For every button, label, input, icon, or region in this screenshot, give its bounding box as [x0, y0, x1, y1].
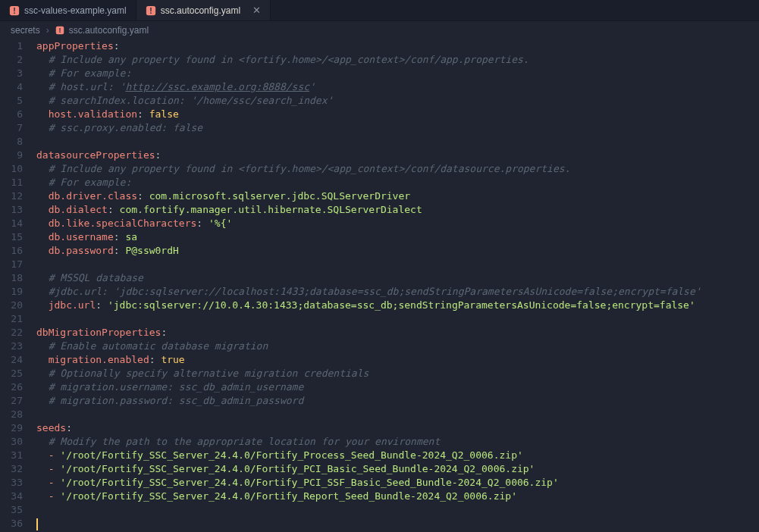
svg-text:!: !	[149, 5, 152, 14]
code-line[interactable]: 9datasourceProperties:	[0, 149, 759, 162]
svg-text:!: !	[58, 27, 61, 34]
line-number: 23	[0, 340, 36, 353]
code-line[interactable]: 1appProperties:	[0, 39, 759, 53]
code-line[interactable]: 4 # host.url: 'http://ssc.example.org:88…	[0, 80, 759, 94]
tab-bar: ! ssc-values-example.yaml ! ssc.autoconf…	[0, 0, 759, 21]
line-text[interactable]: # For example:	[36, 67, 131, 80]
line-text[interactable]: seeds:	[36, 421, 72, 435]
code-line[interactable]: 11 # For example:	[0, 176, 759, 189]
line-number: 22	[0, 326, 36, 340]
code-line[interactable]: 8	[0, 135, 759, 149]
code-line[interactable]: 14 db.like.specialCharacters: '%{'	[0, 217, 759, 230]
tab-label: ssc-values-example.yaml	[24, 4, 127, 17]
line-number: 36	[0, 517, 36, 530]
line-number: 15	[0, 230, 36, 244]
line-text[interactable]: # searchIndex.location: '/home/ssc/searc…	[36, 94, 333, 108]
line-text[interactable]: # MSSQL database	[36, 271, 143, 285]
line-text[interactable]: - '/root/Fortify_SSC_Server_24.4.0/Forti…	[36, 449, 523, 462]
line-number: 12	[0, 189, 36, 203]
line-text[interactable]: # Modify the path to the appropriate loc…	[36, 435, 440, 449]
code-line[interactable]: 25 # Optionally specify alternative migr…	[0, 367, 759, 380]
code-line[interactable]: 5 # searchIndex.location: '/home/ssc/sea…	[0, 94, 759, 108]
line-text[interactable]: # migration.password: ssc_db_admin_passw…	[36, 394, 303, 408]
code-line[interactable]: 32 - '/root/Fortify_SSC_Server_24.4.0/Fo…	[0, 462, 759, 476]
code-line[interactable]: 29seeds:	[0, 421, 759, 435]
line-text[interactable]: datasourceProperties:	[36, 149, 161, 162]
code-line[interactable]: 17	[0, 258, 759, 271]
tab-ssc-values-example[interactable]: ! ssc-values-example.yaml	[0, 0, 136, 20]
line-number: 24	[0, 353, 36, 367]
line-text[interactable]: # migration.username: ssc_db_admin_usern…	[36, 380, 303, 394]
line-text[interactable]: # For example:	[36, 176, 131, 189]
line-text[interactable]: jdbc.url: 'jdbc:sqlserver://10.0.4.30:14…	[36, 299, 695, 312]
code-line[interactable]: 6 host.validation: false	[0, 108, 759, 121]
line-text[interactable]	[36, 258, 42, 271]
line-text[interactable]: - '/root/Fortify_SSC_Server_24.4.0/Forti…	[36, 462, 535, 476]
code-line[interactable]: 35	[0, 503, 759, 517]
line-number: 14	[0, 217, 36, 230]
line-text[interactable]: - '/root/Fortify_SSC_Server_24.4.0/Forti…	[36, 476, 559, 490]
tab-ssc-autoconfig[interactable]: ! ssc.autoconfig.yaml ✕	[136, 0, 271, 20]
code-line[interactable]: 22dbMigrationProperties:	[0, 326, 759, 340]
line-text[interactable]: db.driver.class: com.microsoft.sqlserver…	[36, 189, 410, 203]
line-number: 1	[0, 39, 36, 53]
line-number: 18	[0, 271, 36, 285]
code-line[interactable]: 15 db.username: sa	[0, 230, 759, 244]
code-line[interactable]: 26 # migration.username: ssc_db_admin_us…	[0, 380, 759, 394]
line-text[interactable]: db.dialect: com.fortify.manager.util.hib…	[36, 203, 422, 217]
line-text[interactable]	[36, 135, 42, 149]
line-number: 25	[0, 367, 36, 380]
breadcrumb-file[interactable]: ! ssc.autoconfig.yaml	[55, 23, 149, 37]
line-text[interactable]	[36, 312, 42, 326]
close-icon[interactable]: ✕	[252, 4, 261, 17]
line-text[interactable]: dbMigrationProperties:	[36, 326, 167, 340]
code-line[interactable]: 3 # For example:	[0, 67, 759, 80]
line-text[interactable]: # Enable automatic database migration	[36, 340, 268, 353]
line-text[interactable]: #jdbc.url: 'jdbc:sqlserver://localhost:1…	[36, 285, 701, 299]
line-text[interactable]: # Include any property found in <fortify…	[36, 53, 529, 67]
line-number: 31	[0, 449, 36, 462]
breadcrumb: secrets › ! ssc.autoconfig.yaml	[0, 21, 759, 39]
code-line[interactable]: 33 - '/root/Fortify_SSC_Server_24.4.0/Fo…	[0, 476, 759, 490]
line-number: 26	[0, 380, 36, 394]
code-line[interactable]: 16 db.password: P@ssw0rdH	[0, 244, 759, 258]
breadcrumb-root[interactable]: secrets	[11, 23, 40, 37]
code-line[interactable]: 13 db.dialect: com.fortify.manager.util.…	[0, 203, 759, 217]
line-text[interactable]: # Include any property found in <fortify…	[36, 162, 570, 176]
line-text[interactable]: db.like.specialCharacters: '%{'	[36, 217, 232, 230]
line-number: 30	[0, 435, 36, 449]
line-text[interactable]: migration.enabled: true	[36, 353, 185, 367]
line-text[interactable]	[36, 408, 42, 421]
line-number: 33	[0, 476, 36, 490]
line-text[interactable]	[36, 503, 42, 517]
line-text[interactable]: # Optionally specify alternative migrati…	[36, 367, 369, 380]
code-body[interactable]: 1appProperties:2 # Include any property …	[0, 39, 759, 532]
code-line[interactable]: 36	[0, 517, 759, 530]
code-line[interactable]: 24 migration.enabled: true	[0, 353, 759, 367]
line-text[interactable]: - '/root/Fortify_SSC_Server_24.4.0/Forti…	[36, 490, 517, 503]
line-text[interactable]: # ssc.proxy.enabled: false	[36, 121, 202, 135]
code-line[interactable]: 28	[0, 408, 759, 421]
code-line[interactable]: 27 # migration.password: ssc_db_admin_pa…	[0, 394, 759, 408]
code-line[interactable]: 12 db.driver.class: com.microsoft.sqlser…	[0, 189, 759, 203]
code-line[interactable]: 19 #jdbc.url: 'jdbc:sqlserver://localhos…	[0, 285, 759, 299]
yaml-file-icon: !	[9, 5, 20, 16]
code-line[interactable]: 34 - '/root/Fortify_SSC_Server_24.4.0/Fo…	[0, 490, 759, 503]
code-line[interactable]: 20 jdbc.url: 'jdbc:sqlserver://10.0.4.30…	[0, 299, 759, 312]
code-line[interactable]: 21	[0, 312, 759, 326]
line-text[interactable]: db.password: P@ssw0rdH	[36, 244, 179, 258]
code-editor[interactable]: 1appProperties:2 # Include any property …	[0, 39, 759, 532]
code-line[interactable]: 23 # Enable automatic database migration	[0, 340, 759, 353]
code-line[interactable]: 31 - '/root/Fortify_SSC_Server_24.4.0/Fo…	[0, 449, 759, 462]
code-line[interactable]: 10 # Include any property found in <fort…	[0, 162, 759, 176]
line-text[interactable]: appProperties:	[36, 39, 120, 53]
line-text[interactable]: db.username: sa	[36, 230, 137, 244]
line-text[interactable]: # host.url: 'http://ssc.example.org:8888…	[36, 80, 315, 94]
code-line[interactable]: 2 # Include any property found in <forti…	[0, 53, 759, 67]
code-line[interactable]: 7 # ssc.proxy.enabled: false	[0, 121, 759, 135]
line-number: 11	[0, 176, 36, 189]
line-text[interactable]: host.validation: false	[36, 108, 179, 121]
code-line[interactable]: 30 # Modify the path to the appropriate …	[0, 435, 759, 449]
line-number: 5	[0, 94, 36, 108]
code-line[interactable]: 18 # MSSQL database	[0, 271, 759, 285]
